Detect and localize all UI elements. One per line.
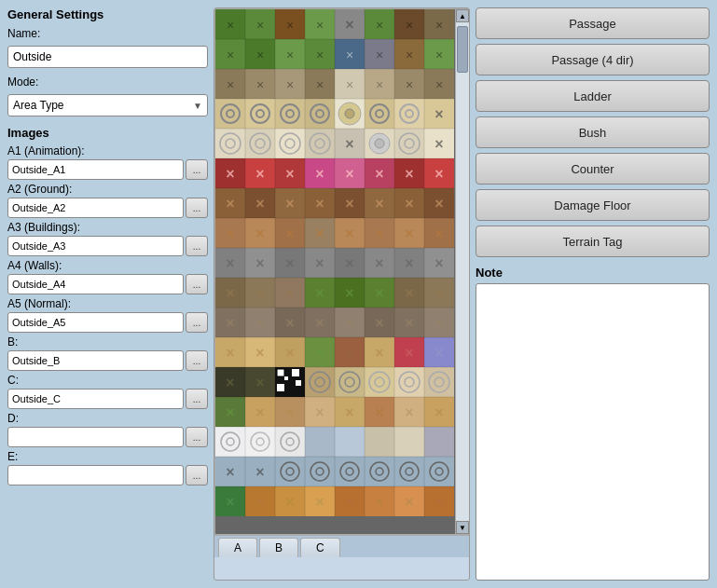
svg-text:×: × xyxy=(406,77,413,92)
d-browse-button[interactable]: ... xyxy=(186,427,208,447)
svg-text:×: × xyxy=(315,226,324,241)
svg-text:×: × xyxy=(256,18,264,33)
svg-text:×: × xyxy=(227,18,234,33)
svg-text:×: × xyxy=(434,404,443,420)
svg-text:×: × xyxy=(255,404,264,420)
svg-text:×: × xyxy=(285,315,294,331)
svg-text:×: × xyxy=(255,285,264,301)
b-browse-button[interactable]: ... xyxy=(186,350,208,371)
name-input[interactable] xyxy=(7,46,208,68)
scroll-thumb[interactable] xyxy=(457,26,468,73)
svg-text:×: × xyxy=(405,285,413,301)
e-input[interactable] xyxy=(7,465,184,485)
a5-browse-button[interactable]: ... xyxy=(186,312,208,333)
a4-row: A4 (Walls): ... xyxy=(7,259,208,294)
svg-text:×: × xyxy=(255,315,264,331)
svg-text:×: × xyxy=(285,166,294,182)
a3-label: A3 (Buildings): xyxy=(7,221,208,234)
svg-text:×: × xyxy=(375,226,383,241)
svg-text:×: × xyxy=(346,77,353,92)
svg-text:×: × xyxy=(434,285,443,301)
svg-text:×: × xyxy=(346,48,353,62)
tab-b[interactable]: B xyxy=(259,538,298,557)
a1-input[interactable] xyxy=(7,159,184,180)
svg-rect-57 xyxy=(305,99,335,129)
a4-input[interactable] xyxy=(7,274,184,294)
tilemap-svg: × × × × × × × × × × × × × × × × xyxy=(215,9,454,534)
svg-rect-253 xyxy=(275,427,305,457)
a3-input[interactable] xyxy=(7,236,184,256)
note-textarea[interactable] xyxy=(476,283,710,581)
svg-rect-66 xyxy=(394,99,424,129)
svg-text:×: × xyxy=(345,196,353,212)
svg-point-87 xyxy=(375,139,384,148)
tab-c[interactable]: C xyxy=(300,538,340,557)
a4-browse-button[interactable]: ... xyxy=(186,274,208,294)
images-section: Images A1 (Animation): ... A2 (Ground): … xyxy=(7,126,208,485)
counter-button[interactable]: Counter xyxy=(476,153,710,185)
svg-rect-250 xyxy=(245,427,275,457)
a1-browse-button[interactable]: ... xyxy=(186,159,208,180)
svg-text:×: × xyxy=(405,494,413,510)
a5-input[interactable] xyxy=(7,312,184,333)
svg-rect-215 xyxy=(296,380,301,386)
mode-select[interactable]: Area Type Normal Battle xyxy=(7,94,208,116)
svg-text:×: × xyxy=(316,77,324,92)
svg-rect-213 xyxy=(277,384,284,391)
damage-floor-button[interactable]: Damage Floor xyxy=(476,189,710,221)
a2-input[interactable] xyxy=(7,198,184,218)
svg-text:×: × xyxy=(255,196,264,212)
tab-a[interactable]: A xyxy=(218,538,257,557)
svg-text:×: × xyxy=(285,345,294,361)
a5-label: A5 (Normal): xyxy=(7,297,208,310)
svg-text:×: × xyxy=(315,404,324,420)
svg-text:×: × xyxy=(435,77,443,92)
passage-button[interactable]: Passage xyxy=(476,7,710,39)
svg-rect-257 xyxy=(335,427,365,457)
svg-text:×: × xyxy=(406,48,413,62)
c-input[interactable] xyxy=(7,389,184,409)
ladder-button[interactable]: Ladder xyxy=(476,80,710,112)
svg-text:×: × xyxy=(405,404,413,420)
svg-text:×: × xyxy=(286,77,294,92)
a3-row: A3 (Buildings): ... xyxy=(7,221,208,256)
e-browse-button[interactable]: ... xyxy=(186,465,208,485)
svg-text:×: × xyxy=(226,196,234,212)
b-input[interactable] xyxy=(7,350,184,371)
svg-text:×: × xyxy=(315,494,324,510)
a2-browse-button[interactable]: ... xyxy=(186,198,208,218)
svg-text:×: × xyxy=(376,77,383,92)
svg-text:×: × xyxy=(345,494,353,510)
svg-rect-259 xyxy=(394,427,424,457)
d-input[interactable] xyxy=(7,427,184,447)
svg-text:×: × xyxy=(434,226,443,241)
svg-text:×: × xyxy=(375,196,383,212)
vertical-scrollbar[interactable]: ▲ ▼ xyxy=(455,9,468,534)
svg-text:×: × xyxy=(375,345,383,361)
svg-rect-210 xyxy=(277,369,284,376)
a5-row: A5 (Normal): ... xyxy=(7,297,208,333)
passage-4dir-button[interactable]: Passage (4 dir) xyxy=(476,44,710,75)
svg-text:×: × xyxy=(345,315,353,331)
a3-browse-button[interactable]: ... xyxy=(186,236,208,256)
svg-text:×: × xyxy=(345,285,353,301)
svg-text:×: × xyxy=(285,404,294,420)
terrain-tag-button[interactable]: Terrain Tag xyxy=(476,226,710,257)
svg-text:×: × xyxy=(376,18,383,33)
scroll-track xyxy=(456,22,469,521)
scroll-down-button[interactable]: ▼ xyxy=(456,521,469,534)
svg-text:×: × xyxy=(375,315,383,331)
c-browse-button[interactable]: ... xyxy=(186,389,208,409)
svg-text:×: × xyxy=(345,136,353,152)
svg-text:×: × xyxy=(345,226,353,241)
tilemap-grid-area[interactable]: × × × × × × × × × × × × × × × × xyxy=(215,9,455,534)
svg-text:×: × xyxy=(345,255,353,271)
mode-label: Mode: xyxy=(7,75,208,89)
bush-button[interactable]: Bush xyxy=(476,116,710,148)
tilemap-panel: × × × × × × × × × × × × × × × × xyxy=(214,7,470,581)
svg-text:×: × xyxy=(345,345,353,361)
svg-text:×: × xyxy=(255,464,264,480)
scroll-up-button[interactable]: ▲ xyxy=(456,9,469,22)
svg-text:×: × xyxy=(255,226,264,241)
mode-select-wrapper: Area Type Normal Battle ▼ xyxy=(7,94,208,116)
